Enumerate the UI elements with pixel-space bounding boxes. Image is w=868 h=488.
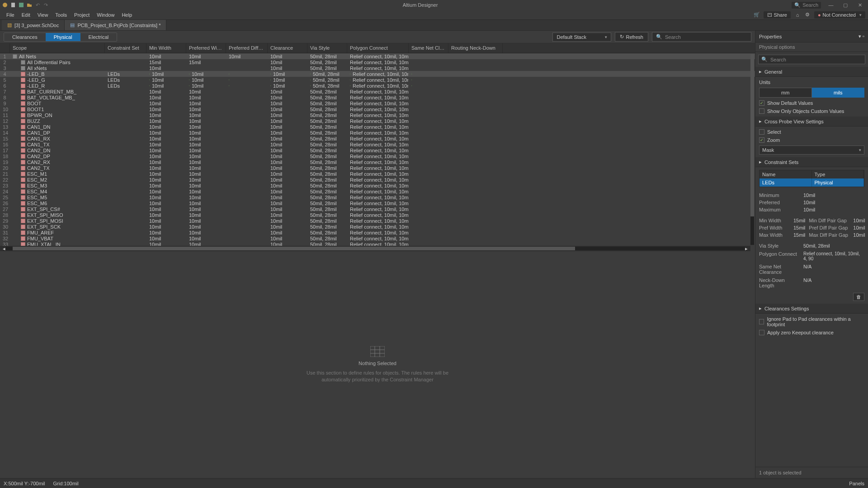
- refresh-button[interactable]: ↻Refresh: [615, 32, 648, 42]
- table-row[interactable]: 30EXT_SPI_SCK10mil10mil10mil50mil, 28mil…: [0, 224, 755, 230]
- table-row[interactable]: 21ESC_M110mil10mil10mil50mil, 28milRelie…: [0, 171, 755, 177]
- col-clearance[interactable]: Clearance: [268, 43, 307, 53]
- table-row[interactable]: 27EXT_SPI_CS#10mil10mil10mil50mil, 28mil…: [0, 206, 755, 212]
- chk-zoom[interactable]: ✓: [759, 137, 764, 143]
- properties-search[interactable]: 🔍Search: [758, 55, 865, 64]
- mask-dropdown[interactable]: Mask: [759, 145, 864, 155]
- table-row[interactable]: 18CAN2_DP10mil10mil10mil50mil, 28milReli…: [0, 153, 755, 159]
- table-row[interactable]: 15CAN1_RX10mil10mil10mil50mil, 28milReli…: [0, 136, 755, 141]
- table-row[interactable]: 7BAT_CURRENT_MB_10mil10mil10mil50mil, 28…: [0, 89, 755, 94]
- undo-icon[interactable]: ↶: [34, 2, 41, 8]
- titlebar-search[interactable]: 🔍 Search: [792, 2, 821, 9]
- chk-show-default[interactable]: ✓: [759, 100, 764, 106]
- table-row[interactable]: 9BOOT10mil10mil10mil50mil, 28milRelief c…: [0, 100, 755, 106]
- net-icon: [21, 166, 25, 170]
- chk-ignore-pad[interactable]: [759, 319, 764, 324]
- status-grid: Grid:100mil: [53, 481, 79, 486]
- table-row[interactable]: 22ESC_M210mil10mil10mil50mil, 28milRelie…: [0, 177, 755, 183]
- table-row[interactable]: 14CAN1_DP10mil10mil10mil50mil, 28milReli…: [0, 130, 755, 136]
- table-row[interactable]: 12BUZZ10mil10mil10mil50mil, 28milRelief …: [0, 118, 755, 124]
- doc-tab-2[interactable]: ▤ PCB_Project_B.PrjPcb [Constraints] *: [65, 20, 166, 30]
- table-row[interactable]: 13CAN1_DN10mil10mil10mil50mil, 28milReli…: [0, 124, 755, 130]
- table-row[interactable]: 16CAN1_TX10mil10mil10mil50mil, 28milReli…: [0, 141, 755, 147]
- not-connected[interactable]: ●Not Connected: [814, 11, 865, 19]
- table-row[interactable]: 24ESC_M410mil10mil10mil50mil, 28milRelie…: [0, 188, 755, 194]
- units-mm[interactable]: mm: [759, 88, 812, 98]
- table-row[interactable]: 1All Nets10mil10mil10mil10mil50mil, 28mi…: [0, 53, 755, 59]
- table-row[interactable]: 5-LED_GLEDs'10mil'10mil''10mil'50mil, 28…: [0, 77, 755, 83]
- buy-icon[interactable]: 🛒: [754, 12, 760, 18]
- section-constraint-sets[interactable]: ▸ Constraint Sets: [755, 157, 868, 167]
- chk-select[interactable]: [759, 129, 764, 135]
- table-row[interactable]: 8BAT_VOLTAGE_MB_10mil10mil10mil50mil, 28…: [0, 94, 755, 100]
- new-icon[interactable]: [10, 2, 16, 8]
- col-polygon-connect[interactable]: Polygon Connect: [347, 43, 409, 53]
- stack-dropdown[interactable]: Default Stack: [552, 33, 611, 42]
- save-icon[interactable]: [18, 2, 24, 8]
- menu-file[interactable]: File: [3, 11, 18, 19]
- col-via-style[interactable]: Via Style: [307, 43, 347, 53]
- section-clearances-settings[interactable]: ▸ Clearances Settings: [755, 304, 868, 314]
- open-icon[interactable]: [26, 2, 33, 8]
- maximize-button[interactable]: ▢: [839, 1, 852, 9]
- table-row[interactable]: 28EXT_SPI_MISO10mil10mil10mil50mil, 28mi…: [0, 212, 755, 218]
- tab-electrical[interactable]: Electrical: [80, 33, 117, 41]
- minimize-button[interactable]: —: [825, 1, 837, 9]
- table-row[interactable]: 11BPWR_ON10mil10mil10mil50mil, 28milReli…: [0, 112, 755, 118]
- grid-placeholder-icon: [370, 346, 385, 357]
- grid-search[interactable]: 🔍Search: [652, 32, 751, 42]
- delete-constraint-button[interactable]: 🗑: [853, 293, 864, 301]
- table-row[interactable]: 2All Differential Pairs15mil15mil10mil50…: [0, 59, 755, 65]
- section-cross-probe[interactable]: ▸ Cross Probe View Settings: [755, 117, 868, 127]
- menu-help[interactable]: Help: [118, 11, 136, 19]
- tab-clearances[interactable]: Clearances: [4, 33, 46, 41]
- col-pref-width[interactable]: Preferred Width: [186, 43, 226, 53]
- col-constraint-set[interactable]: Constraint Set: [105, 43, 146, 53]
- share-button[interactable]: ⮹Share: [764, 11, 791, 19]
- menu-window[interactable]: Window: [93, 11, 118, 19]
- chk-apply-keepout[interactable]: [759, 330, 764, 335]
- constraint-sets-table[interactable]: NameType LEDsPhysical: [759, 170, 864, 187]
- properties-title: Properties: [759, 34, 782, 39]
- constraint-toolbar: Clearances Physical Electrical Default S…: [0, 31, 755, 43]
- col-scope[interactable]: Scope: [10, 43, 105, 53]
- table-row[interactable]: 3All xNets10mil10mil50mil, 28milRelief c…: [0, 65, 755, 71]
- net-icon: [21, 219, 25, 223]
- table-row[interactable]: 29EXT_SPI_MOSI10mil10mil10mil50mil, 28mi…: [0, 218, 755, 224]
- table-row[interactable]: 20CAN2_TX10mil10mil10mil50mil, 28milReli…: [0, 165, 755, 171]
- table-row[interactable]: 17CAN2_DN10mil10mil10mil50mil, 28milReli…: [0, 147, 755, 153]
- close-button[interactable]: ✕: [854, 1, 866, 9]
- refresh-icon: ↻: [620, 34, 624, 40]
- section-general[interactable]: ▸ General: [755, 67, 868, 77]
- table-row[interactable]: 10BOOT110mil10mil10mil50mil, 28milRelief…: [0, 106, 755, 112]
- table-row[interactable]: 26ESC_M610mil10mil10mil50mil, 28milRelie…: [0, 200, 755, 206]
- tab-physical[interactable]: Physical: [46, 33, 80, 41]
- col-routing-neck-down[interactable]: Routing Neck-Down: [448, 43, 503, 53]
- horizontal-scrollbar[interactable]: ◂▸: [0, 246, 750, 251]
- units-mils[interactable]: mils: [812, 88, 865, 98]
- col-min-width[interactable]: Min Width: [146, 43, 186, 53]
- menu-view[interactable]: View: [34, 11, 52, 19]
- table-row[interactable]: 31FMU_AREF10mil10mil10mil50mil, 28milRel…: [0, 230, 755, 235]
- menu-project[interactable]: Project: [71, 11, 93, 19]
- net-icon: [21, 84, 25, 88]
- panels-button[interactable]: Panels: [849, 481, 864, 486]
- doc-tab-1[interactable]: ▧ [3] 3_power.SchDoc: [2, 20, 65, 30]
- settings-icon[interactable]: ⚙: [804, 12, 811, 18]
- menu-edit[interactable]: Edit: [18, 11, 34, 19]
- table-row[interactable]: 25ESC_M510mil10mil10mil50mil, 28milRelie…: [0, 194, 755, 200]
- panel-menu-icon[interactable]: ▾ ▫: [859, 33, 864, 39]
- table-row[interactable]: 6-LED_RLEDs'10mil'10mil''10mil'50mil, 28…: [0, 83, 755, 89]
- table-row[interactable]: 23ESC_M310mil10mil10mil50mil, 28milRelie…: [0, 183, 755, 188]
- table-row[interactable]: 32FMU_VBAT10mil10mil10mil50mil, 28milRel…: [0, 235, 755, 241]
- menu-tools[interactable]: Tools: [52, 11, 71, 19]
- vertical-scrollbar[interactable]: [750, 54, 754, 245]
- col-same-net-clearance[interactable]: Same Net Clearance: [409, 43, 448, 53]
- chk-show-only-custom[interactable]: [759, 108, 764, 114]
- redo-icon[interactable]: ↷: [42, 2, 49, 8]
- home-icon[interactable]: ⌂: [794, 12, 801, 18]
- table-row[interactable]: 4-LED_BLEDs'10mil'10mil''10mil'50mil, 28…: [0, 71, 755, 77]
- col-pref-diff-pair-gap[interactable]: Preferred Diff Pair Gap: [226, 43, 268, 53]
- search-icon: 🔍: [761, 56, 768, 62]
- table-row[interactable]: 19CAN2_RX10mil10mil10mil50mil, 28milReli…: [0, 159, 755, 165]
